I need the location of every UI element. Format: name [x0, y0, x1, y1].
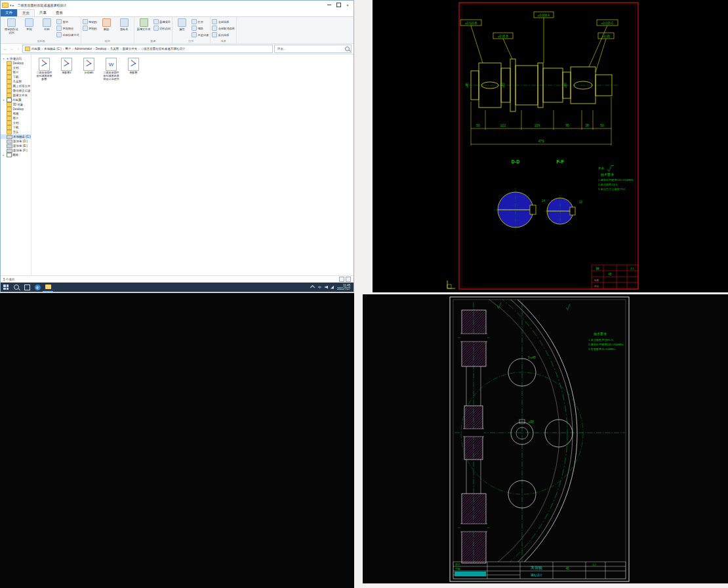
- nav-item-desktop[interactable]: Desktop: [1, 61, 31, 66]
- nav-item-documents[interactable]: 文档: [1, 66, 31, 70]
- tab-share[interactable]: 共享: [35, 9, 51, 16]
- edge-button[interactable]: e: [32, 283, 43, 292]
- taskbar: e 中 11:45 2021/7/27: [1, 283, 354, 292]
- view-details-icon[interactable]: [339, 277, 344, 282]
- minimize-button[interactable]: [325, 1, 334, 9]
- nav-item-desktop[interactable]: Desktop: [1, 107, 31, 111]
- nav-item-3d-objects[interactable]: 3D 对象: [1, 102, 31, 107]
- paste-shortcut-button[interactable]: 粘贴快捷方式: [56, 32, 79, 37]
- cut-button[interactable]: 剪切: [56, 19, 79, 24]
- new-folder-button[interactable]: 新建文件夹: [136, 18, 152, 31]
- title-block-row-checked: 审核: [455, 567, 460, 570]
- folder-icon: [7, 84, 12, 88]
- task-view-button[interactable]: [22, 283, 32, 292]
- ribbon-group-open: 属性 打开 编辑 历史记录 打开: [172, 17, 211, 43]
- edit-icon: [192, 26, 197, 31]
- nav-network[interactable]: ▸网络: [1, 153, 31, 157]
- paste-button[interactable]: 粘贴: [39, 18, 55, 31]
- hole-dim-label: 3-⌀45: [528, 356, 536, 359]
- select-all-button[interactable]: 全部选择: [212, 19, 235, 24]
- copy-to-button[interactable]: 复制到: [83, 26, 97, 31]
- history-button[interactable]: 历史记录: [192, 32, 209, 37]
- maximize-button[interactable]: [334, 1, 343, 9]
- nav-item-folder[interactable]: 微信聊天记录文件: [1, 88, 31, 93]
- breadcrumb-item[interactable]: 本地磁盘 (C:): [44, 47, 62, 50]
- pin-to-quick-access-button[interactable]: 固定到快速访问: [3, 18, 20, 34]
- breadcrumb[interactable]: 此电脑› 本地磁盘 (C:)› 用户› Administrator› Deskt…: [22, 45, 273, 53]
- search-box[interactable]: [274, 45, 352, 53]
- select-none-button[interactable]: 全部取消选择: [212, 26, 235, 31]
- drawing-frame: [459, 3, 638, 289]
- breadcrumb-item-current[interactable]: 二级直齿圆柱齿轮减速器课程设计: [141, 47, 186, 50]
- nav-item-volume-e[interactable]: 新加卷 (E:): [1, 144, 31, 148]
- rename-button[interactable]: 重命名: [116, 18, 132, 31]
- nav-item-volume-f[interactable]: 新加卷 (F:): [1, 148, 31, 153]
- breadcrumb-item[interactable]: 用户: [65, 47, 71, 50]
- file-explorer-taskbar-button[interactable]: [43, 282, 53, 292]
- close-button[interactable]: ×: [343, 1, 352, 9]
- tray-expand-icon[interactable]: [310, 284, 315, 289]
- delete-button[interactable]: 删除: [98, 18, 115, 31]
- new-item-button[interactable]: 新建项目: [153, 19, 171, 24]
- breadcrumb-item[interactable]: Administrator: [75, 47, 92, 50]
- nav-quick-access[interactable]: ▾★快速访问: [1, 56, 31, 61]
- quick-access-toolbar[interactable]: ▾ ▸: [10, 3, 14, 7]
- select-all-icon: [212, 19, 217, 24]
- nav-item-local-disk-c[interactable]: 本地磁盘 (C:): [1, 134, 31, 139]
- invert-selection-button[interactable]: 反向选择: [212, 32, 235, 37]
- nav-item-folder[interactable]: 新建文件夹: [1, 93, 31, 98]
- edit-button[interactable]: 编辑: [192, 26, 209, 31]
- breadcrumb-item[interactable]: 新建文件夹: [123, 47, 138, 50]
- note-line: 3.齿面硬度45~50HRC。: [588, 347, 618, 351]
- nav-item-pictures[interactable]: 图片: [1, 116, 31, 121]
- nav-item-music[interactable]: 音乐: [1, 130, 31, 134]
- nav-item-folder[interactable]: 凡美图: [1, 79, 31, 84]
- file-item[interactable]: 装配图1: [58, 58, 75, 81]
- nav-item-videos[interactable]: 视频: [1, 111, 31, 116]
- forward-button[interactable]: →: [9, 47, 14, 51]
- nav-item-downloads[interactable]: 下载: [1, 75, 31, 79]
- taskbar-search-button[interactable]: [11, 283, 22, 292]
- nav-item-volume-d[interactable]: 新加卷 (D:): [1, 139, 31, 144]
- group-label-organize: 组织: [83, 39, 132, 43]
- open-button[interactable]: 打开: [192, 19, 209, 24]
- nav-this-pc[interactable]: ▾此电脑: [1, 98, 31, 102]
- search-input[interactable]: [276, 47, 344, 51]
- nav-item-documents[interactable]: 文档: [1, 121, 31, 125]
- volume-icon[interactable]: [325, 286, 328, 289]
- ribbon: 固定到快速访问 复制 粘贴 剪切 复制路径 粘贴快捷方式 剪贴板 移动到 复制到…: [1, 17, 354, 44]
- file-item[interactable]: 二级直齿圆柱齿轮减速器装配图: [35, 58, 53, 81]
- file-item[interactable]: 装配图: [125, 58, 142, 81]
- breadcrumb-item[interactable]: Desktop: [96, 47, 107, 50]
- properties-button[interactable]: 属性: [174, 18, 190, 31]
- cad-shaft-drawing-viewport: ⌀45 ⌀62 ⌀55 ⌀0.015 B ⌀0.05 B ⌀0.008 A: [373, 0, 728, 292]
- back-button[interactable]: ←: [3, 47, 8, 51]
- file-item[interactable]: W二级直齿圆柱齿轮减速器课程设计说明书: [102, 58, 120, 81]
- ime-indicator[interactable]: 中: [318, 285, 321, 289]
- nav-item-folder[interactable]: 网上邻居文件: [1, 84, 31, 88]
- dimension-chain: 50 122 109 95 38 50 475: [471, 97, 611, 146]
- ribbon-group-clipboard: 固定到快速访问 复制 粘贴 剪切 复制路径 粘贴快捷方式 剪贴板: [2, 17, 81, 43]
- move-to-button[interactable]: 移动到: [83, 19, 97, 24]
- breadcrumb-item[interactable]: 此电脑: [31, 47, 41, 50]
- nav-item-downloads[interactable]: 下载: [1, 125, 31, 130]
- nav-item-pictures[interactable]: 图片: [1, 70, 31, 75]
- tolerance-label: ⌀0.008 A: [538, 14, 550, 17]
- taskbar-clock[interactable]: 11:45 2021/7/27: [335, 284, 354, 291]
- file-list[interactable]: 二级直齿圆柱齿轮减速器装配图 装配图1 从动轴1 W二级直齿圆柱齿轮减速器课程设…: [31, 54, 354, 275]
- file-item[interactable]: 从动轴1: [80, 58, 98, 81]
- breadcrumb-item[interactable]: 凡美图: [110, 47, 119, 50]
- properties-icon: [178, 18, 186, 27]
- copy-path-button[interactable]: 复制路径: [56, 26, 79, 31]
- easy-access-button[interactable]: 轻松访问: [153, 26, 171, 31]
- start-button[interactable]: [1, 283, 11, 292]
- dim-label: 50: [600, 123, 604, 127]
- up-button[interactable]: ↑: [16, 47, 21, 51]
- tab-file[interactable]: 文件: [1, 9, 17, 16]
- tab-view[interactable]: 查看: [51, 9, 68, 16]
- network-tray-icon[interactable]: [331, 286, 334, 289]
- tab-home[interactable]: 主页: [17, 9, 35, 16]
- copy-button[interactable]: 复制: [21, 18, 37, 31]
- view-thumbnails-icon[interactable]: [346, 277, 351, 282]
- dim-label: 122: [500, 123, 506, 127]
